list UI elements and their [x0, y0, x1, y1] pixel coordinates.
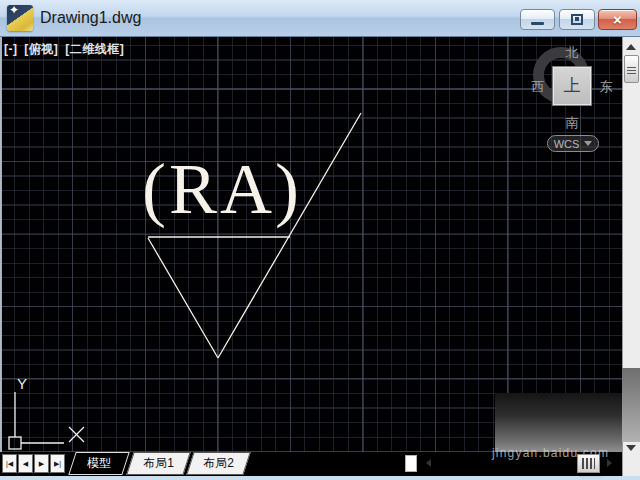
close-button[interactable]: ×	[598, 9, 637, 30]
scroll-right-icon[interactable]	[607, 459, 612, 467]
ucs-y-label: Y	[17, 375, 27, 392]
scrollbar-grip-icon	[627, 65, 636, 74]
autocad-window: ✦ Drawing1.dwg × [-] [俯视] [二维线框] 上 北 南 西…	[0, 0, 640, 480]
scroll-up-icon[interactable]	[626, 44, 636, 50]
watermark-text: jingyan.baidu.com	[492, 446, 632, 460]
dwg-file-icon[interactable]: ✦	[7, 5, 33, 31]
minimize-button[interactable]	[520, 9, 555, 30]
tab-nav-next-button[interactable]: ▶	[34, 454, 49, 473]
close-icon: ×	[599, 10, 636, 29]
tab-nav-last-button[interactable]: ▶|	[50, 454, 65, 473]
titlebar: ✦ Drawing1.dwg ×	[0, 0, 640, 37]
window-title: Drawing1.dwg	[40, 0, 141, 37]
vertical-scrollbar-thumb[interactable]	[624, 55, 639, 83]
ucs-icon[interactable]	[9, 392, 84, 449]
annotation-text[interactable]: (RA)	[142, 149, 302, 229]
tab-model[interactable]: 模型	[68, 452, 129, 475]
tab-layout2[interactable]: 布局2	[186, 452, 250, 475]
cad-geometry-layer: (RA) Y	[0, 37, 622, 452]
restore-button[interactable]	[559, 9, 595, 30]
tab-nav-prev-button[interactable]: ◀	[18, 454, 33, 473]
watermark-block-over-scrollbar	[622, 368, 640, 442]
bars-icon	[582, 458, 595, 469]
restore-icon	[571, 14, 583, 25]
window-bottom-frame	[0, 476, 640, 480]
symbol-left-slant-line[interactable]	[148, 238, 218, 358]
sparkle-icon: ✦	[9, 3, 19, 17]
watermark-badge-icon	[577, 454, 600, 473]
scrollbar-splitter-handle[interactable]	[405, 455, 417, 472]
scroll-left-icon[interactable]	[426, 459, 431, 467]
tab-layout1[interactable]: 布局1	[126, 452, 190, 475]
minimize-icon	[531, 22, 544, 25]
tab-nav-first-button[interactable]: |◀	[2, 454, 17, 473]
